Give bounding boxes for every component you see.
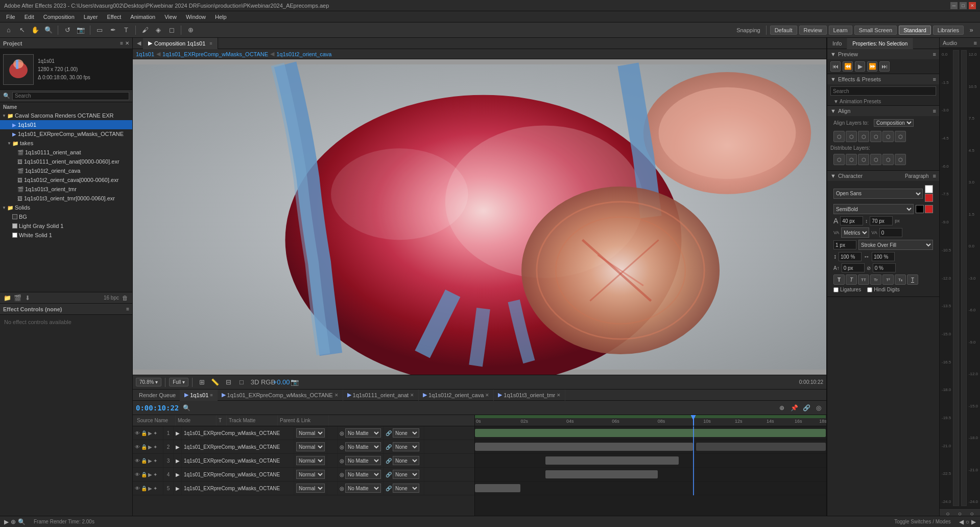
project-menu-icon[interactable]: ≡ xyxy=(120,40,123,46)
tree-folder-caval[interactable]: ▼ 📁 Caval Sarcoma Renders OCTANE EXR xyxy=(0,111,132,120)
tl-tab-exrprecomp-close[interactable]: ✕ xyxy=(334,393,339,398)
breadcrumb-1q1s01[interactable]: 1q1s01 xyxy=(136,51,154,57)
layer-4-expand-icon[interactable]: ▶ xyxy=(148,472,152,477)
workspace-review[interactable]: Review xyxy=(799,26,827,35)
safe-zones-btn[interactable]: □ xyxy=(236,377,247,388)
ligatures-checkbox[interactable] xyxy=(833,287,839,292)
horiz-scale-input[interactable] xyxy=(872,252,895,261)
layer-1-collapse[interactable]: ▶ xyxy=(174,426,182,440)
layer-4-lock-icon[interactable]: 🔒 xyxy=(141,472,147,477)
kerning-select[interactable]: Metrics xyxy=(841,227,869,238)
layer-4-eye-icon[interactable]: 👁 xyxy=(135,472,140,477)
align-left[interactable]: ⬡ xyxy=(833,131,845,142)
menu-layer[interactable]: Layer xyxy=(80,13,102,21)
menu-window[interactable]: Window xyxy=(182,13,210,21)
dist-top[interactable]: ⬡ xyxy=(870,154,881,165)
layer-5-star-icon[interactable]: ✦ xyxy=(153,486,157,491)
status-nav-left[interactable]: ◀ xyxy=(959,518,964,525)
search-layers-btn[interactable]: 🔍 xyxy=(182,403,191,413)
toggle-switches-modes[interactable]: Toggle Switches / Modes xyxy=(894,519,951,524)
puppet-tool[interactable]: ⊕ xyxy=(185,25,196,36)
tree-solid-lightgray[interactable]: Light Gray Solid 1 xyxy=(0,221,132,231)
layer-1-lock-icon[interactable]: 🔒 xyxy=(141,430,147,436)
zoom-tool[interactable]: 🔍 xyxy=(43,25,54,36)
layer-2-mode-select[interactable]: Normal xyxy=(296,442,325,451)
import-btn[interactable]: ⬇ xyxy=(23,294,32,302)
resolution-select[interactable]: Full ▾ xyxy=(169,378,188,386)
new-comp-btn[interactable]: 🎬 xyxy=(13,294,21,302)
layer-3-expand-icon[interactable]: ▶ xyxy=(148,458,152,464)
tree-comp-1q1s01[interactable]: ▶ 1q1s01 xyxy=(0,120,132,129)
tree-footage-tmr[interactable]: 🎬 1q1s01t3_orient_tmr xyxy=(0,185,132,194)
dist-left[interactable]: ⬡ xyxy=(833,154,845,165)
workspace-libraries[interactable]: Libraries xyxy=(933,26,964,35)
guide-btn[interactable]: ⊟ xyxy=(223,377,234,388)
subscript-btn[interactable]: T₂ xyxy=(895,274,906,285)
font-color-picker[interactable] xyxy=(925,185,933,202)
tl-btn-1[interactable]: ⊕ xyxy=(777,403,786,413)
tl-tab-tmr-close[interactable]: ✕ xyxy=(557,393,561,398)
stroke-swatch-black[interactable] xyxy=(916,205,924,213)
comp-tab-close[interactable]: ≡ xyxy=(209,41,212,46)
status-btn-2[interactable]: ⊕ xyxy=(11,518,16,525)
layer-5-parent-select[interactable]: None xyxy=(393,484,419,493)
stamp-tool[interactable]: ◈ xyxy=(153,25,164,36)
tracking-input[interactable] xyxy=(879,228,902,237)
delete-btn[interactable]: 🗑 xyxy=(121,294,129,302)
new-folder-btn[interactable]: 📁 xyxy=(3,294,11,302)
layer-4-parent-select[interactable]: None xyxy=(393,470,419,479)
breadcrumb-cava[interactable]: 1q1s01t2_orient_cava xyxy=(276,51,331,57)
faux-bold-btn[interactable]: T xyxy=(833,274,845,285)
superscript-btn[interactable]: T² xyxy=(882,274,894,285)
maximize-button[interactable]: □ xyxy=(960,2,967,9)
workspace-standard[interactable]: Standard xyxy=(899,26,931,35)
dist-bottom[interactable]: ⬡ xyxy=(895,154,906,165)
tree-footage-tmr-exr[interactable]: 🖼 1q1s01t3_orient_tmr[0000-0060].exr xyxy=(0,194,132,203)
align-layers-to-select[interactable]: Composition xyxy=(874,119,914,127)
tl-tab-1q1s01[interactable]: ▶ 1q1s01 ≡ xyxy=(180,389,217,401)
dist-center-v[interactable]: ⬡ xyxy=(882,154,894,165)
workspace-small-screen[interactable]: Small Screen xyxy=(854,26,897,35)
rotate-tool[interactable]: ↺ xyxy=(62,25,73,36)
effects-search-input[interactable] xyxy=(830,86,936,96)
preview-section-header[interactable]: ▼ Preview ≡ xyxy=(827,49,939,59)
layer-1-eye-icon[interactable]: 👁 xyxy=(135,430,140,436)
brush-tool[interactable]: 🖌 xyxy=(139,25,151,36)
tree-footage-cava[interactable]: 🎬 1q1s01t2_orient_cava xyxy=(0,166,132,175)
workspace-more[interactable]: » xyxy=(966,25,977,36)
align-section-header[interactable]: ▼ Align ≡ xyxy=(827,106,939,116)
tl-tab-exrprecomp[interactable]: ▶ 1q1s01_EXRpreComp_wMasks_OCTANE ✕ xyxy=(218,389,343,401)
tree-folder-takes[interactable]: ▼ 📁 takes xyxy=(0,139,132,148)
3d-btn[interactable]: 3D xyxy=(249,377,260,388)
align-top[interactable]: ⬡ xyxy=(870,131,881,142)
breadcrumb-exrprecomp[interactable]: 1q1s01_EXRpreComp_wMasks_OCTANE xyxy=(162,51,268,57)
tree-footage-anat-exr[interactable]: 🖼 1q1s0111_orient_anat[0000-0060].exr xyxy=(0,157,132,166)
layer-3-tm-select[interactable]: No Matte xyxy=(345,456,381,465)
layer-5-expand-icon[interactable]: ▶ xyxy=(148,486,152,491)
tl-tab-render-queue[interactable]: Render Queue xyxy=(135,389,180,401)
layer-2-eye-icon[interactable]: 👁 xyxy=(135,444,140,450)
preview-menu-icon[interactable]: ≡ xyxy=(933,51,936,57)
layer-1-expand-icon[interactable]: ▶ xyxy=(148,430,152,436)
stroke-type-select[interactable]: Stroke Over Fill xyxy=(858,240,933,250)
menu-edit[interactable]: Edit xyxy=(20,13,38,21)
font-style-select[interactable]: SemiBold xyxy=(833,204,914,214)
character-para-tab[interactable]: Paragraph xyxy=(905,173,929,179)
menu-animation[interactable]: Animation xyxy=(126,13,159,21)
stroke-swatch-red[interactable] xyxy=(925,205,933,213)
underline-btn[interactable]: T xyxy=(907,274,918,285)
menu-effect[interactable]: Effect xyxy=(103,13,125,21)
font-family-select[interactable]: Open Sans xyxy=(833,189,923,199)
stroke-width-input[interactable] xyxy=(833,240,856,249)
minimize-button[interactable]: ─ xyxy=(950,2,958,9)
tl-tab-1q1s01-close[interactable]: ≡ xyxy=(210,393,212,398)
layer-2-parent-select[interactable]: None xyxy=(393,442,419,451)
tree-footage-cava-exr[interactable]: 🖼 1q1s01t2_orient_cava[0000-0060].exr xyxy=(0,175,132,185)
comp-tab-main[interactable]: ▶ Composition 1q1s01 ≡ xyxy=(143,38,218,49)
tl-tab-anat[interactable]: ▶ 1q1s0111_orient_anat ✕ xyxy=(343,389,419,401)
channel-btn[interactable]: RGB xyxy=(262,377,274,388)
tl-btn-2[interactable]: 📌 xyxy=(790,403,799,413)
layer-5-lock-icon[interactable]: 🔒 xyxy=(141,486,147,491)
menu-composition[interactable]: Composition xyxy=(39,13,79,21)
pen-tool[interactable]: ✒ xyxy=(107,25,118,36)
